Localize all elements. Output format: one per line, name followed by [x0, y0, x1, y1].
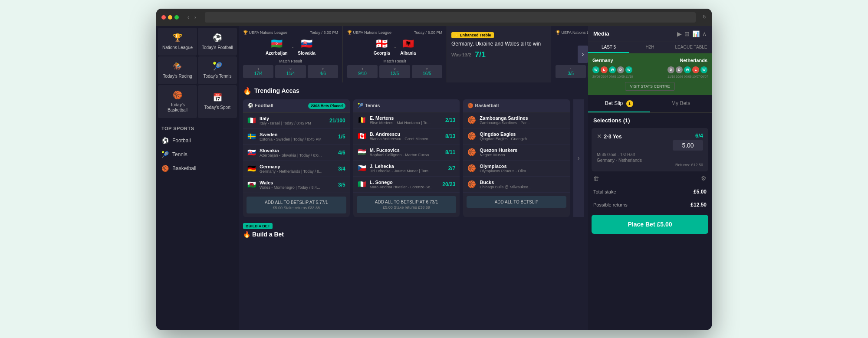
todays-basketball-icon: 🏀 — [173, 90, 182, 100]
media-grid-button[interactable]: ⊞ — [684, 30, 690, 37]
acca-odd: 20/23 — [440, 181, 455, 187]
sport-item-basketball[interactable]: 🏀 Basketball — [160, 161, 235, 175]
sel-pick: 2-3 Yes — [604, 134, 621, 140]
form-badge: D — [667, 66, 674, 73]
sport-item-football[interactable]: ⚽ Football — [160, 134, 235, 148]
odd-button[interactable]: 1 17/4 — [243, 65, 273, 78]
acca-match-info: Jiri Lehecka - Jaume Munar | Tom... — [370, 169, 437, 173]
acca-item[interactable]: 🏀 Bucks Chicago Bulls @ Milwaukee... — [463, 177, 570, 193]
total-stake-value: £5.00 — [694, 189, 707, 195]
acca-odd: 3/4 — [330, 166, 345, 172]
close-btn[interactable] — [161, 15, 166, 20]
nav-item-nations-league[interactable]: 🏆 Nations League — [158, 28, 197, 56]
acca-odd: 2/13 — [440, 117, 455, 123]
media-collapse-button[interactable]: ∧ — [702, 30, 707, 37]
away-name: Albania — [400, 51, 416, 56]
bet-slip-tabs: Bet Slip 1 My Bets — [588, 96, 712, 113]
odd-button[interactable]: X 11/4 — [275, 65, 306, 78]
match-teams: 🇬🇪 Georgia - 🇦🇱 Albania — [347, 38, 442, 56]
odd-button[interactable]: 2 4/6 — [308, 65, 338, 78]
add-all-button[interactable]: ADD ALL TO BETSLIP — [467, 196, 566, 208]
delete-selection-button[interactable]: 🗑 — [593, 175, 599, 182]
odds-row: 1 17/4 X 11/4 2 4/6 — [243, 65, 338, 78]
match-card-match2[interactable]: 🏆 UEFA Nations League Today / 6:00 PM 🇬🇪… — [343, 26, 447, 82]
acca-item[interactable]: 🇭🇺 M. Fucsovics Raphael Collignon - Mart… — [353, 144, 460, 161]
media-chart-button[interactable]: 📊 — [692, 30, 700, 37]
acca-team-info: Wales Wales - Montenegro | Today / 8:4..… — [260, 180, 327, 190]
acca-item[interactable]: 🇨🇦 B. Andreescu Bianca Andreescu - Greet… — [353, 128, 460, 144]
nav-item-todays-sport[interactable]: 📅 Today's Sport — [198, 85, 237, 118]
carousel-next-button[interactable]: › — [578, 46, 588, 63]
acca-odd: 4/6 — [330, 150, 345, 156]
odd-button[interactable]: X — [588, 65, 588, 78]
acca-item[interactable]: 🇸🇰 Slovakia Azerbaijan - Slovakia | Toda… — [243, 145, 350, 161]
maximize-btn[interactable] — [174, 15, 179, 20]
nav-item-todays-basketball[interactable]: 🏀 Today's Basketball — [158, 85, 197, 118]
odd-button[interactable]: X 12/5 — [379, 65, 410, 78]
place-bet-button[interactable]: Place Bet £5.00 — [592, 215, 708, 234]
stake-input[interactable] — [673, 140, 703, 151]
acca-next-button[interactable]: › — [573, 99, 584, 217]
odd-button[interactable]: 1 9/10 — [347, 65, 378, 78]
odd-button[interactable]: 2 16/5 — [412, 65, 442, 78]
acca-match-info: Germany - Netherlands | Today / 8... — [260, 169, 327, 174]
reload-icon[interactable]: ↻ — [703, 14, 707, 20]
add-all-button[interactable]: ADD ALL TO BETSLIP AT 5.77/1 £5.00 Stake… — [247, 197, 346, 213]
add-all-button[interactable]: ADD ALL TO BETSLIP AT 6.73/1 £5.00 Stake… — [357, 196, 457, 213]
home-team: 🇦🇿 Azerbaijan — [266, 38, 288, 56]
acca-item[interactable]: 🇮🇹 Italy Italy - Israel | Today / 8:45 P… — [243, 113, 350, 129]
acca-item[interactable]: 🇧🇪 E. Mertens Elise Mertens - Mai Hontam… — [353, 112, 460, 128]
settings-selection-button[interactable]: ⚙ — [701, 175, 707, 182]
acca-item[interactable]: 🏴󠁧󠁢󠁷󠁬󠁳󠁿 Wales Wales - Montenegro | Today… — [243, 177, 350, 193]
browser-chrome: ‹ › ↻ — [156, 9, 712, 26]
odds-row: 1 3/5 X 2 29/ — [556, 65, 588, 78]
tab-last5[interactable]: LAST 5 — [588, 42, 629, 53]
tab-h2h[interactable]: H2H — [629, 42, 671, 53]
stats-content: Germany Netherlands WLWDW DDWLW 29/0605/… — [588, 53, 712, 95]
acca-item[interactable]: 🏀 Zamboanga Sardines Zamboanga Sardines … — [463, 112, 570, 128]
acca-team-info: Bucks Chicago Bulls @ Milwaukee... — [480, 180, 547, 189]
todays-tennis-icon: 🎾 — [213, 62, 222, 71]
back-button[interactable]: ‹ — [186, 13, 191, 21]
nav-item-todays-racing[interactable]: 🏇 Today's Racing — [158, 56, 197, 84]
acca-odd: 8/11 — [440, 149, 455, 155]
enhanced-odds-row: Was 13/2 7/1 — [451, 50, 546, 59]
vs-separator: - — [292, 44, 294, 49]
minimize-btn[interactable] — [168, 15, 172, 20]
acca-column-basketball: 🏀 Basketball 🏀 Zamboanga Sardines Zamboa… — [463, 99, 570, 217]
match-card-match1[interactable]: 🏆 UEFA Nations League Today / 6:00 PM 🇦🇿… — [239, 26, 343, 82]
acca-team-name: E. Mertens — [370, 115, 437, 121]
acca-item[interactable]: 🇸🇪 Sweden Estonia - Sweden | Today / 8:4… — [243, 129, 350, 145]
form-badge: D — [617, 66, 624, 73]
acca-odd: 1/5 — [330, 134, 345, 140]
league-name: 🏆 UEFA Nations League — [556, 30, 588, 35]
acca-item[interactable]: 🏀 Olympiacos Olympiacos Piraeus - Olim..… — [463, 161, 570, 177]
acca-item[interactable]: 🇨🇿 J. Lehecka Jiri Lehecka - Jaume Munar… — [353, 161, 460, 177]
away-flag: 🇸🇰 — [301, 38, 312, 49]
sel-desc: Multi Goal - 1st Half — [597, 152, 703, 157]
todays-sport-label: Today's Sport — [204, 105, 230, 110]
home-form: WLWDW — [592, 66, 632, 73]
odd-button[interactable]: 1 3/5 — [556, 65, 586, 78]
tab-bet-slip[interactable]: Bet Slip 1 — [588, 96, 650, 112]
visit-stats-button[interactable]: VISIT STATS CENTRE — [625, 82, 674, 91]
acca-item[interactable]: 🇮🇹 L. Sonego Marc-Andrea Huesler - Loren… — [353, 177, 460, 193]
tab-league-table[interactable]: LEAGUE TABLE — [671, 42, 712, 53]
add-all-label: ADD ALL TO BETSLIP AT 6.73/1 — [360, 200, 453, 204]
acca-team-name: Qingdao Eagles — [480, 131, 547, 137]
acca-flag: 🇨🇦 — [358, 132, 366, 140]
remove-selection-button[interactable]: ✕ — [597, 133, 602, 140]
nav-item-todays-tennis[interactable]: 🎾 Today's Tennis — [198, 56, 237, 84]
media-play-button[interactable]: ▶ — [677, 30, 682, 37]
acca-item[interactable]: 🏀 Qingdao Eagles Qingdao Eagles - Guangz… — [463, 128, 570, 144]
nav-item-todays-football[interactable]: ⚽ Today's Football — [198, 28, 237, 56]
acca-team-name: J. Lehecka — [370, 164, 437, 169]
address-bar[interactable] — [205, 12, 696, 23]
acca-item[interactable]: 🇩🇪 Germany Germany - Netherlands | Today… — [243, 161, 350, 177]
forward-button[interactable]: › — [193, 13, 198, 21]
acca-item[interactable]: 🏀 Quezon Huskers Negros Musco... — [463, 144, 570, 161]
match-card-match3[interactable]: ⚡ Enhanced Treble Germany, Ukraine and W… — [447, 26, 551, 82]
sport-item-tennis[interactable]: 🎾 Tennis — [160, 148, 235, 161]
acca-flag: 🏴󠁧󠁢󠁷󠁬󠁳󠁿 — [247, 180, 256, 189]
tab-my-bets[interactable]: My Bets — [650, 96, 712, 112]
